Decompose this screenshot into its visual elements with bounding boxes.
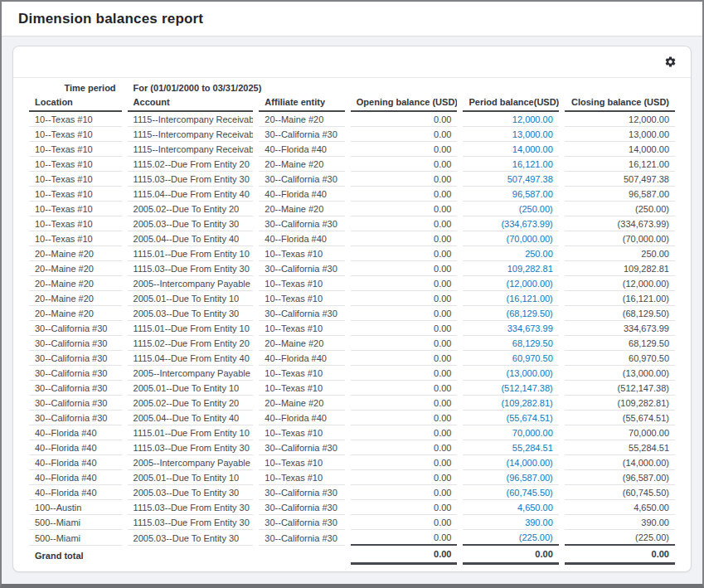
cell-location: 20--Maine #20 [29, 261, 122, 276]
cell-affiliate-entity: 40--Florida #40 [259, 187, 344, 202]
cell-period-balance[interactable]: 70,000.00 [463, 425, 558, 440]
cell-period-balance[interactable]: 13,000.00 [463, 127, 558, 142]
cell-period-balance[interactable]: 55,284.51 [463, 440, 558, 455]
cell-account: 2005.03--Due To Entity 30 [128, 530, 254, 546]
report-table: Time period For (01/01/2000 to 03/31/202… [23, 80, 681, 565]
cell-affiliate-entity: 40--Florida #40 [259, 142, 344, 157]
cell-closing-balance: (13,000.00) [565, 366, 675, 381]
cell-period-balance[interactable]: 4,650.00 [463, 500, 558, 515]
cell-period-balance[interactable]: 250.00 [463, 246, 558, 261]
cell-location: 30--California #30 [29, 366, 122, 381]
cell-period-balance[interactable]: 390.00 [463, 515, 558, 530]
cell-closing-balance: (12,000.00) [565, 276, 675, 291]
cell-period-balance[interactable]: 14,000.00 [463, 142, 558, 157]
cell-location: 10--Texas #10 [29, 172, 122, 187]
cell-closing-balance: 109,282.81 [565, 261, 675, 276]
cell-period-balance[interactable]: 507,497.38 [463, 172, 558, 187]
cell-opening-balance: 0.00 [351, 261, 458, 276]
cell-location: 20--Maine #20 [29, 246, 122, 261]
cell-closing-balance: (14,000.00) [565, 455, 675, 470]
table-row: 30--California #302005--Intercompany Pay… [29, 366, 675, 381]
cell-period-balance[interactable]: (14,000.00) [463, 455, 558, 470]
cell-opening-balance: 0.00 [351, 172, 458, 187]
table-row: 20--Maine #201115.01--Due From Entity 10… [29, 246, 675, 261]
cell-period-balance[interactable]: (55,674.51) [463, 411, 558, 425]
cell-closing-balance: 250.00 [565, 246, 675, 261]
cell-period-balance[interactable]: (225.00) [463, 530, 558, 546]
cell-period-balance[interactable]: 16,121.00 [463, 157, 558, 172]
page-body: Time period For (01/01/2000 to 03/31/202… [2, 36, 702, 584]
cell-period-balance[interactable]: (12,000.00) [463, 276, 558, 291]
cell-location: 10--Texas #10 [29, 112, 122, 127]
cell-closing-balance: (334,673.99) [565, 216, 675, 231]
time-period-label: Time period [29, 80, 122, 95]
cell-account: 2005.02--Due To Entity 20 [128, 202, 254, 216]
cell-location: 10--Texas #10 [29, 231, 122, 246]
cell-affiliate-entity: 10--Texas #10 [259, 291, 344, 306]
cell-affiliate-entity: 20--Maine #20 [259, 157, 344, 172]
cell-affiliate-entity: 40--Florida #40 [259, 411, 344, 425]
cell-period-balance[interactable]: 60,970.50 [463, 351, 558, 366]
cell-period-balance[interactable]: 68,129.50 [463, 336, 558, 351]
cell-period-balance[interactable]: (60,745.50) [463, 485, 558, 500]
cell-opening-balance: 0.00 [351, 336, 458, 351]
cell-location: 20--Maine #20 [29, 291, 122, 306]
cell-affiliate-entity: 10--Texas #10 [259, 455, 344, 470]
cell-period-balance[interactable]: (16,121.00) [463, 291, 558, 306]
cell-account: 1115.03--Due From Entity 30 [128, 440, 254, 455]
card-toolbar [13, 46, 691, 78]
cell-period-balance[interactable]: (512,147.38) [463, 381, 558, 396]
cell-closing-balance: (60,745.50) [565, 485, 675, 500]
cell-location: 30--California #30 [29, 336, 122, 351]
cell-affiliate-entity: 40--Florida #40 [259, 351, 344, 366]
cell-period-balance[interactable]: (13,000.00) [463, 366, 558, 381]
cell-period-balance[interactable]: (96,587.00) [463, 470, 558, 485]
cell-period-balance[interactable]: (334,673.99) [463, 216, 558, 231]
table-row: 20--Maine #202005.03--Due To Entity 3030… [29, 306, 675, 321]
table-row: 30--California #302005.04--Due To Entity… [29, 411, 675, 425]
cell-opening-balance: 0.00 [351, 142, 458, 157]
cell-closing-balance: (250.00) [565, 202, 675, 216]
report-card: Time period For (01/01/2000 to 03/31/202… [12, 46, 692, 572]
cell-period-balance[interactable]: (70,000.00) [463, 231, 558, 246]
cell-period-balance[interactable]: 96,587.00 [463, 187, 558, 202]
cell-location: 40--Florida #40 [29, 425, 122, 440]
cell-affiliate-entity: 10--Texas #10 [259, 470, 344, 485]
table-row: 500--Miami1115.03--Due From Entity 3030-… [29, 515, 675, 530]
cell-opening-balance: 0.00 [351, 440, 458, 455]
cell-opening-balance: 0.00 [351, 321, 458, 336]
cell-affiliate-entity: 30--California #30 [259, 500, 344, 515]
cell-account: 1115.03--Due From Entity 30 [128, 261, 254, 276]
table-row: 40--Florida #402005.03--Due To Entity 30… [29, 485, 675, 500]
cell-closing-balance: (16,121.00) [565, 291, 675, 306]
cell-location: 30--California #30 [29, 321, 122, 336]
cell-affiliate-entity: 10--Texas #10 [259, 366, 344, 381]
cell-affiliate-entity: 10--Texas #10 [259, 425, 344, 440]
cell-account: 2005.04--Due To Entity 40 [128, 231, 254, 246]
app-window: Dimension balances report [0, 0, 704, 588]
cell-period-balance[interactable]: 334,673.99 [463, 321, 558, 336]
cell-account: 1115.03--Due From Entity 30 [128, 515, 254, 530]
cell-period-balance[interactable]: (250.00) [463, 202, 558, 216]
cell-account: 1115--Intercompany Receivable [128, 112, 254, 127]
cell-account: 2005--Intercompany Payable [128, 276, 254, 291]
cell-affiliate-entity: 30--California #30 [259, 440, 344, 455]
column-header-affiliate-entity: Affiliate entity [259, 95, 344, 112]
table-row: 20--Maine #201115.03--Due From Entity 30… [29, 261, 675, 276]
cell-closing-balance: (96,587.00) [565, 470, 675, 485]
report-settings-button[interactable] [663, 54, 678, 70]
cell-opening-balance: 0.00 [351, 366, 458, 381]
cell-period-balance[interactable]: 12,000.00 [463, 112, 558, 127]
cell-period-balance[interactable]: (109,282.81) [463, 396, 558, 411]
cell-affiliate-entity: 30--California #30 [259, 515, 344, 530]
cell-location: 10--Texas #10 [29, 202, 122, 216]
cell-location: 10--Texas #10 [29, 142, 122, 157]
cell-account: 1115.01--Due From Entity 10 [128, 425, 254, 440]
cell-location: 10--Texas #10 [29, 157, 122, 172]
cell-period-balance[interactable]: (68,129.50) [463, 306, 558, 321]
cell-period-balance[interactable]: 109,282.81 [463, 261, 558, 276]
table-row: 10--Texas #101115--Intercompany Receivab… [29, 142, 675, 157]
table-row: 40--Florida #402005--Intercompany Payabl… [29, 455, 675, 470]
cell-closing-balance: 96,587.00 [565, 187, 675, 202]
gear-icon [664, 56, 677, 68]
